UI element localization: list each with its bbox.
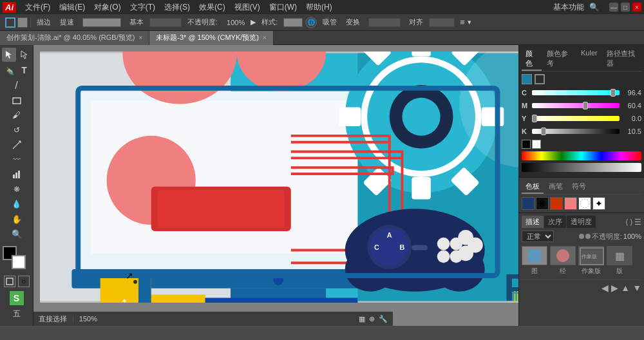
prop-menu-icon[interactable]: ☰ (634, 218, 641, 227)
zoom-tool-canvas[interactable]: 🔍 (10, 227, 24, 241)
swatch-star[interactable]: ✦ (592, 197, 605, 210)
hand-tool[interactable]: ✋ (10, 212, 24, 226)
menu-edit[interactable]: 编辑(E) (55, 1, 89, 14)
speed-label[interactable]: 提速 (57, 16, 77, 28)
menu-object[interactable]: 对象(O) (90, 1, 124, 14)
menu-text[interactable]: 文字(T) (126, 1, 159, 14)
nav-left-icon[interactable]: ◀ (601, 283, 609, 293)
more-options-icon[interactable]: ≡ (460, 17, 465, 27)
blend-mode-select[interactable]: 正常 (522, 231, 554, 242)
transform-display[interactable] (368, 18, 401, 27)
align-display[interactable] (429, 18, 455, 27)
direct-selection-tool[interactable] (17, 48, 32, 62)
tab-swatches[interactable]: 色板 (522, 180, 544, 194)
minimize-button[interactable]: — (609, 3, 618, 12)
thumb-1[interactable] (522, 246, 547, 265)
opacity-circle[interactable] (579, 234, 584, 239)
color-spectrum[interactable] (522, 151, 641, 160)
prop-left-icon[interactable]: ⟨ (625, 218, 629, 227)
tab-2-close[interactable]: × (263, 34, 267, 41)
tool-icon-small-3[interactable]: 🔧 (379, 315, 388, 323)
color-preview-fill[interactable] (522, 74, 532, 84)
thumb-4[interactable]: ▦ (607, 246, 632, 265)
menu-select[interactable]: 选择(S) (160, 1, 194, 14)
swatch-dotted[interactable] (578, 197, 591, 210)
swatch-pattern[interactable]: ❋ (536, 197, 549, 210)
prop-tab-order[interactable]: 次序 (544, 216, 566, 228)
cyan-slider[interactable] (532, 90, 620, 95)
black-thumb[interactable] (541, 128, 546, 135)
align-btn[interactable]: 对齐 (406, 16, 426, 28)
rotate-tool[interactable]: ↺ (10, 123, 24, 137)
swatch-1[interactable] (522, 197, 535, 210)
stroke-label[interactable]: 描边 (33, 16, 54, 28)
chevron-icon[interactable]: ▾ (468, 18, 471, 26)
close-button[interactable]: × (632, 3, 641, 12)
tab-pathfinder[interactable]: 路径查找器 (603, 48, 641, 71)
search-icon[interactable]: 🔍 (589, 3, 599, 12)
fill-mode[interactable] (4, 276, 15, 287)
prop-tab-transparency[interactable]: 透明度 (567, 216, 596, 228)
eyedropper-btn[interactable]: 吸管 (319, 16, 340, 28)
swatch-pink[interactable] (564, 197, 577, 210)
yellow-thumb[interactable] (532, 115, 537, 122)
tool-icon-small-1[interactable]: ▦ (359, 315, 365, 323)
black-slider[interactable] (532, 129, 620, 134)
tab-1[interactable]: 创作策划-清除.ai* @ 40.05% (RGB/预览) × (0, 31, 149, 45)
magenta-thumb[interactable] (583, 102, 588, 109)
prop-right-icon[interactable]: ⟩ (630, 218, 633, 227)
pen-tool[interactable]: ✒️ (2, 63, 16, 77)
menu-view[interactable]: 视图(V) (231, 1, 264, 14)
nav-right-icon[interactable]: ▶ (611, 283, 618, 293)
workspace-label[interactable]: 基本功能 (553, 2, 584, 13)
black-swatch[interactable] (522, 140, 531, 149)
stroke-box[interactable] (5, 17, 15, 28)
maximize-button[interactable]: □ (621, 3, 630, 12)
opacity-value[interactable]: 100% (223, 17, 248, 28)
tool-icon-small-2[interactable]: ⊕ (369, 315, 375, 323)
brush-tool[interactable]: 🖌 (10, 108, 24, 122)
cyan-thumb[interactable] (611, 89, 616, 97)
magenta-slider[interactable] (532, 103, 620, 108)
white-swatch[interactable] (532, 140, 541, 149)
tab-symbols[interactable]: 符号 (568, 180, 590, 194)
opacity-circle2[interactable] (585, 234, 591, 239)
graph-tool[interactable] (10, 167, 24, 181)
fill-box[interactable] (17, 17, 28, 28)
background-color[interactable] (12, 255, 26, 269)
menu-window[interactable]: 窗口(W) (265, 1, 301, 14)
yellow-slider[interactable] (532, 116, 620, 121)
nav-up-icon[interactable]: ▲ (621, 283, 630, 293)
stroke-preview[interactable] (82, 18, 121, 27)
s-icon[interactable]: S (10, 291, 24, 305)
tab-kuler[interactable]: Kuler (577, 48, 601, 71)
menu-help[interactable]: 帮助(H) (302, 1, 336, 14)
scale-tool[interactable] (10, 138, 24, 151)
tab-1-close[interactable]: × (138, 34, 142, 41)
canvas-area[interactable]: ↑ ↓ → A C (33, 45, 518, 326)
type-tool[interactable]: T (17, 63, 32, 77)
tab-2[interactable]: 未标题-3* @ 150% (CMYK/预览) × (149, 31, 274, 45)
dash-preview[interactable] (149, 18, 182, 27)
selection-tool[interactable] (2, 48, 16, 62)
color-preview-stroke[interactable] (535, 74, 545, 84)
style-box[interactable] (283, 18, 303, 27)
thumb-2[interactable] (550, 246, 576, 265)
nav-down-icon[interactable]: ▼ (632, 283, 641, 293)
stroke-mode[interactable]: ○ (18, 276, 30, 287)
menu-file[interactable]: 文件(F) (21, 1, 54, 14)
menu-effect[interactable]: 效果(C) (195, 1, 229, 14)
transform-btn[interactable]: 变换 (343, 16, 363, 28)
rectangle-tool[interactable] (10, 93, 24, 107)
prop-tab-desc[interactable]: 描述 (522, 216, 544, 228)
bw-bar[interactable] (522, 163, 641, 172)
web-icon[interactable]: 🌐 (305, 17, 317, 28)
tab-brushes[interactable]: 画笔 (545, 180, 567, 194)
five-icon[interactable]: 五 (10, 307, 24, 321)
tab-color[interactable]: 颜色 (522, 48, 542, 71)
line-tool[interactable]: / (10, 79, 24, 92)
thumb-3[interactable]: 作象版 (578, 246, 604, 265)
symbol-tool[interactable]: ❋ (10, 182, 24, 196)
tab-color-ref[interactable]: 颜色参考 (543, 48, 576, 71)
warp-tool[interactable]: 〰 (10, 153, 24, 166)
